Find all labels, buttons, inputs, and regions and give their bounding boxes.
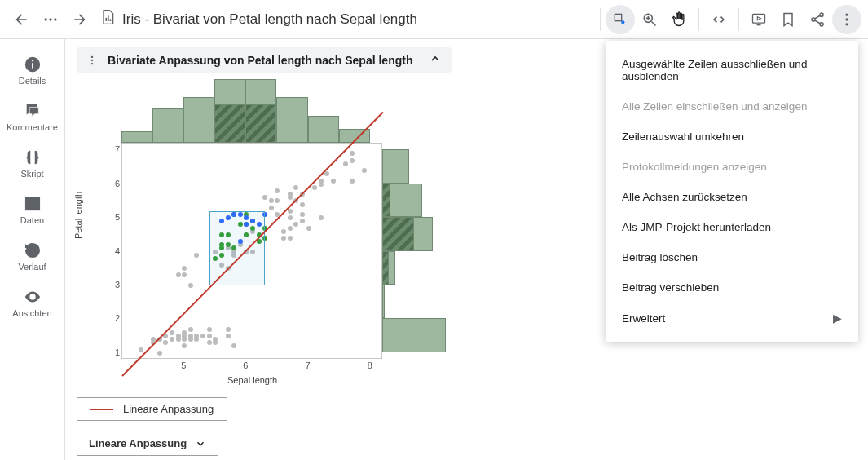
svg-rect-5	[110, 20, 112, 22]
pan-tool-icon[interactable]	[664, 5, 694, 34]
sidebar-item-data[interactable]: Daten	[0, 188, 64, 235]
dropdown-label: Lineare Anpassung	[89, 437, 187, 449]
fit-dropdown[interactable]: Lineare Anpassung	[77, 431, 218, 456]
x-axis-ticks: 5678	[121, 360, 382, 374]
sidebar-item-label: Details	[19, 76, 46, 86]
svg-line-18	[815, 20, 820, 24]
report-icon	[99, 9, 116, 29]
x-axis-label: Sepal length	[227, 375, 277, 385]
svg-rect-4	[108, 15, 109, 21]
context-menu-item[interactable]: Alle Achsen zurücksetzen	[606, 182, 858, 212]
chevron-down-icon	[195, 438, 206, 449]
top-toolbar: Iris - Bivariat von Petal length nach Se…	[0, 0, 868, 39]
legend: Lineare Anpassung	[77, 397, 227, 421]
svg-rect-23	[32, 63, 33, 68]
sidebar-item-views[interactable]: Ansichten	[0, 281, 64, 328]
svg-point-2	[54, 18, 56, 20]
sidebar-item-label: Verlauf	[18, 262, 46, 272]
forward-icon[interactable]	[65, 5, 95, 34]
svg-point-15	[812, 17, 815, 20]
bivariate-chart[interactable]: Petal length Sepal length 1234567 5678	[77, 76, 452, 386]
more-horizontal-icon[interactable]	[36, 5, 65, 34]
panel-title: Bivariate Anpassung von Petal length nac…	[108, 54, 421, 67]
svg-rect-6	[615, 14, 621, 20]
page-title-text: Iris - Bivariat von Petal length nach Se…	[122, 11, 417, 28]
context-menu-item[interactable]: Ausgewählte Zeilen ausschließen und ausb…	[606, 49, 858, 91]
context-menu-item[interactable]: Beitrag löschen	[606, 242, 858, 272]
svg-point-7	[621, 20, 624, 24]
context-menu-item: Protokollmeldungen anzeigen	[606, 152, 858, 182]
panel-header[interactable]: Bivariate Anpassung von Petal length nac…	[77, 47, 452, 73]
svg-point-32	[91, 59, 93, 60]
svg-point-30	[31, 295, 34, 299]
svg-line-17	[815, 15, 820, 19]
sidebar-item-label: Kommentare	[7, 122, 58, 132]
context-menu-item[interactable]: Erweitert▶	[606, 303, 858, 334]
bookmark-icon[interactable]	[773, 5, 803, 34]
context-menu-item[interactable]: Als JMP-Projekt herunterladen	[606, 212, 858, 242]
x-histogram[interactable]	[121, 76, 382, 143]
svg-point-19	[845, 13, 848, 15]
sidebar-item-label: Daten	[20, 215, 44, 225]
more-vertical-icon[interactable]	[832, 5, 861, 34]
sidebar-item-history[interactable]: Verlauf	[0, 235, 64, 281]
y-histogram[interactable]	[382, 143, 449, 359]
svg-rect-24	[32, 60, 33, 62]
svg-point-14	[820, 13, 823, 16]
svg-point-0	[45, 18, 47, 20]
context-menu-item[interactable]: Beitrag verschieben	[606, 272, 858, 303]
sidebar-item-details[interactable]: Details	[0, 49, 64, 95]
context-menu[interactable]: Ausgewählte Zeilen ausschließen und ausb…	[606, 41, 858, 342]
panel-menu-icon[interactable]	[85, 55, 99, 66]
legend-label: Lineare Anpassung	[123, 403, 214, 415]
collapse-icon[interactable]	[429, 52, 443, 68]
sidebar-item-comments[interactable]: Kommentare	[0, 95, 64, 142]
code-icon[interactable]	[704, 5, 734, 34]
sidebar-item-label: Skript	[20, 169, 43, 179]
svg-point-16	[820, 22, 823, 25]
svg-point-20	[845, 18, 848, 20]
left-sidebar: Details Kommentare Skript Daten Verlauf …	[0, 39, 65, 460]
page-title: Iris - Bivariat von Petal length nach Se…	[99, 9, 417, 29]
brush-tool-icon[interactable]	[606, 5, 635, 34]
sidebar-item-label: Ansichten	[12, 308, 51, 318]
sidebar-item-script[interactable]: Skript	[0, 142, 64, 188]
context-menu-item[interactable]: Zeilenauswahl umkehren	[606, 122, 858, 152]
svg-rect-25	[25, 198, 39, 210]
svg-point-21	[845, 23, 848, 25]
y-axis-label: Petal length	[73, 192, 83, 239]
y-axis-ticks: 1234567	[105, 143, 120, 359]
present-icon[interactable]	[744, 5, 773, 34]
legend-swatch	[90, 409, 113, 410]
share-icon[interactable]	[803, 5, 832, 34]
svg-line-9	[652, 21, 656, 25]
svg-rect-12	[753, 14, 765, 23]
svg-point-33	[91, 62, 93, 64]
scatter-plot[interactable]	[121, 143, 382, 359]
zoom-tool-icon[interactable]	[635, 5, 664, 34]
back-icon[interactable]	[7, 5, 36, 34]
svg-rect-3	[106, 18, 108, 21]
svg-point-1	[49, 18, 51, 20]
svg-point-31	[91, 55, 93, 57]
context-menu-item: Alle Zeilen einschließen und anzeigen	[606, 91, 858, 122]
